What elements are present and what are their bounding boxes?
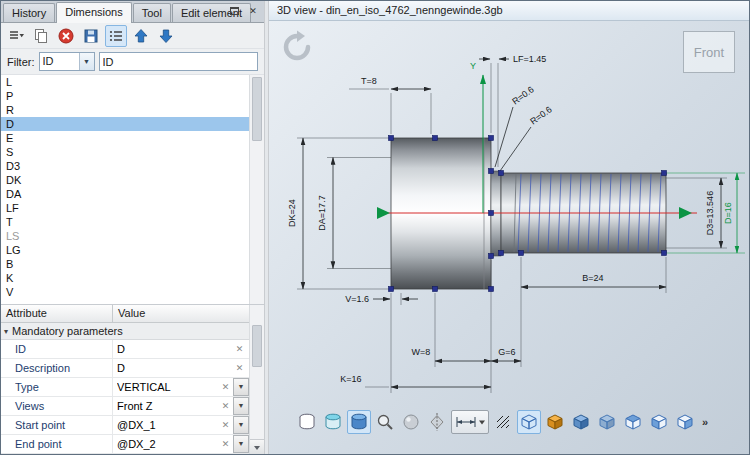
dropdown-icon[interactable]: ▼ <box>233 397 249 415</box>
attribute-table: Attribute Value ▾ Mandatory parameters I… <box>1 305 264 454</box>
cylinder-wireframe-button[interactable] <box>295 410 319 434</box>
view-cube-front[interactable]: Front <box>683 31 735 73</box>
cylinder-solid-button[interactable] <box>347 410 371 434</box>
list-item-ls[interactable]: LS <box>1 229 249 243</box>
cube-shaded-button[interactable] <box>595 410 619 434</box>
dim-label-b[interactable]: B=24 <box>582 273 603 283</box>
dropdown-icon[interactable]: ▼ <box>233 416 249 434</box>
list-item-lf[interactable]: LF <box>1 201 249 215</box>
dim-label-r1[interactable]: R=0.6 <box>510 84 536 106</box>
cube-left-button[interactable] <box>647 410 671 434</box>
table-scrollbar[interactable] <box>249 305 264 454</box>
dim-label-d3[interactable]: D3=13.546 <box>705 191 715 235</box>
param-value[interactable]: VERTICAL <box>117 381 219 393</box>
filter-input[interactable] <box>99 52 259 71</box>
dim-label-v[interactable]: V=1.6 <box>345 294 369 304</box>
copy-button[interactable] <box>30 25 52 47</box>
dim-label-w[interactable]: W=8 <box>412 347 431 357</box>
scroll-down-button[interactable] <box>250 439 264 454</box>
float-panel-button[interactable] <box>226 4 242 19</box>
clear-icon[interactable]: ✕ <box>219 420 232 430</box>
clear-icon[interactable]: ✕ <box>219 439 232 449</box>
dim-label-g[interactable]: G=6 <box>498 347 515 357</box>
list-scrollbar[interactable] <box>249 75 264 304</box>
chevron-down-icon[interactable]: ▼ <box>79 53 94 70</box>
param-value[interactable]: D <box>117 343 233 355</box>
list-item-s[interactable]: S <box>1 145 249 159</box>
list-item-r[interactable]: R <box>1 103 249 117</box>
close-panel-button[interactable]: ✕ <box>245 4 261 19</box>
clear-icon[interactable]: ✕ <box>233 363 246 373</box>
list-item-p[interactable]: P <box>1 89 249 103</box>
dim-label-k[interactable]: K=16 <box>340 374 361 384</box>
menu-button[interactable] <box>5 25 27 47</box>
list-item-lg[interactable]: LG <box>1 243 249 257</box>
toolbar-overflow-button[interactable]: » <box>699 416 711 428</box>
tab-tool[interactable]: Tool <box>133 3 171 22</box>
cube-solid-button[interactable] <box>569 410 593 434</box>
sphere-button[interactable] <box>399 410 423 434</box>
hatch-button[interactable] <box>491 410 515 434</box>
param-value-field[interactable]: @DX_1 ✕ ▼ <box>113 416 249 434</box>
list-item-dk[interactable]: DK <box>1 173 249 187</box>
list-item-e[interactable]: E <box>1 131 249 145</box>
dimension-style-button[interactable] <box>451 410 489 434</box>
dim-label-r2[interactable]: R=0.6 <box>528 104 554 126</box>
header-attribute[interactable]: Attribute <box>1 305 113 322</box>
header-value[interactable]: Value <box>113 305 150 322</box>
delete-button[interactable] <box>55 25 77 47</box>
param-row-description: Description D ✕ <box>1 359 249 378</box>
rotate-view-icon[interactable] <box>279 29 315 65</box>
list-view-button[interactable] <box>105 25 127 47</box>
cube-orange-button[interactable] <box>543 410 567 434</box>
list-item-b[interactable]: B <box>1 257 249 271</box>
list-item-t[interactable]: T <box>1 215 249 229</box>
filter-label: Filter: <box>7 56 35 68</box>
tab-dimensions[interactable]: Dimensions <box>56 2 131 23</box>
list-item-d3[interactable]: D3 <box>1 159 249 173</box>
filter-field-select[interactable]: ID ▼ <box>39 52 95 71</box>
dim-label-da[interactable]: DA=17.7 <box>317 195 327 230</box>
dim-label-dk[interactable]: DK=24 <box>287 199 297 227</box>
clear-icon[interactable]: ✕ <box>219 401 232 411</box>
clear-icon[interactable]: ✕ <box>219 382 232 392</box>
dim-label-d[interactable]: D=16 <box>723 202 733 224</box>
param-value-field[interactable]: VERTICAL ✕ ▼ <box>113 378 249 396</box>
list-item-da[interactable]: DA <box>1 187 249 201</box>
param-value[interactable]: D <box>117 362 233 374</box>
tab-history[interactable]: History <box>3 3 55 22</box>
collapse-icon[interactable]: ▾ <box>4 327 8 336</box>
dim-label-lf[interactable]: LF=1.45 <box>513 54 546 64</box>
list-item-k[interactable]: K <box>1 271 249 285</box>
list-item-l[interactable]: L <box>1 75 249 89</box>
end-point-marker[interactable] <box>679 207 692 219</box>
group-mandatory-parameters[interactable]: ▾ Mandatory parameters <box>1 323 249 340</box>
clear-icon[interactable]: ✕ <box>233 344 246 354</box>
list-item-d[interactable]: D <box>1 117 249 131</box>
scrollbar-thumb[interactable] <box>252 77 262 141</box>
save-button[interactable] <box>80 25 102 47</box>
delete-icon <box>57 27 75 45</box>
move-up-button[interactable] <box>130 25 152 47</box>
dropdown-icon[interactable]: ▼ <box>233 435 249 453</box>
start-point-marker[interactable] <box>377 207 390 219</box>
param-value-field[interactable]: D ✕ <box>113 359 249 377</box>
dim-label-t[interactable]: T=8 <box>361 76 377 86</box>
spin-body-button[interactable] <box>425 410 449 434</box>
3d-viewport[interactable]: DK=24 DA=17.7 T=8 LF=1.45 R=0.6 R=0.6 D3… <box>269 21 749 454</box>
move-down-button[interactable] <box>155 25 177 47</box>
dropdown-icon[interactable]: ▼ <box>233 378 249 396</box>
param-value-field[interactable]: Front Z ✕ ▼ <box>113 397 249 415</box>
zoom-button[interactable] <box>373 410 397 434</box>
param-value[interactable]: Front Z <box>117 400 219 412</box>
param-value-field[interactable]: D ✕ <box>113 340 249 358</box>
param-value[interactable]: @DX_2 <box>117 438 219 450</box>
cube-top-button[interactable] <box>621 410 645 434</box>
scrollbar-thumb[interactable] <box>252 325 262 367</box>
cylinder-shaded-button[interactable] <box>321 410 345 434</box>
list-item-v[interactable]: V <box>1 285 249 299</box>
param-value-field[interactable]: @DX_2 ✕ ▼ <box>113 435 249 453</box>
cube-right-button[interactable] <box>673 410 697 434</box>
param-value[interactable]: @DX_1 <box>117 419 219 431</box>
cube-wireframe-button[interactable] <box>517 410 541 434</box>
